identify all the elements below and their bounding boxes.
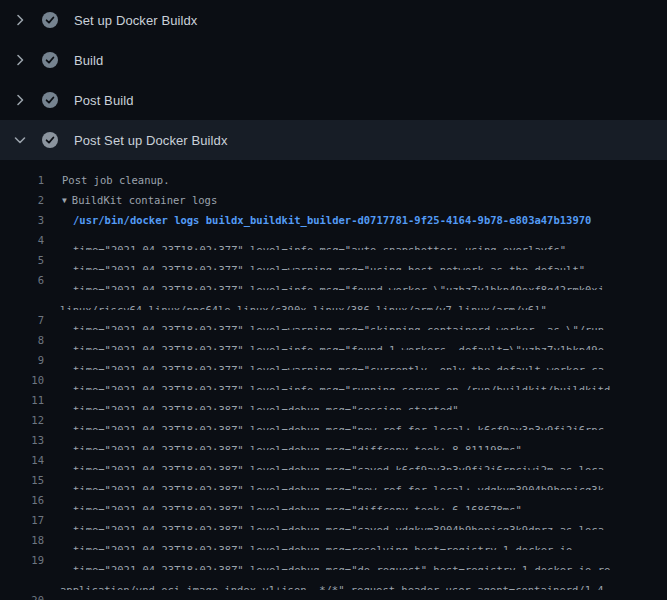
log-line: 5time="2021-04-23T18:02:37Z" level=warni… [0,250,667,270]
triangle-down-icon: ▼ [62,191,67,210]
log-line: 2▼BuildKit container logs [0,190,667,210]
log-text: time="2021-04-23T18:02:38Z" level=debug … [44,590,604,600]
step-title: Post Set up Docker Buildx [74,133,228,148]
step-header-setup-docker-buildx[interactable]: Set up Docker Buildx [0,0,667,40]
line-number[interactable]: 9 [0,350,44,370]
line-number[interactable]: 7 [0,310,44,330]
log-line: 8time="2021-04-23T18:02:37Z" level=info … [0,330,667,350]
step-header-post-setup-docker-buildx[interactable]: Post Set up Docker Buildx [0,120,667,160]
log-line: 12time="2021-04-23T18:02:38Z" level=debu… [0,410,667,430]
log-line: 9time="2021-04-23T18:02:37Z" level=warni… [0,350,667,370]
command-text: /usr/bin/docker logs buildx_buildkit_bui… [44,210,591,230]
actions-log-viewer: Set up Docker Buildx Build Post Build [0,0,667,600]
line-number[interactable]: 18 [0,530,44,550]
log-line: 4time="2021-04-23T18:02:37Z" level=info … [0,230,667,250]
line-number[interactable]: 14 [0,450,44,470]
step-header-post-build[interactable]: Post Build [0,80,667,120]
log-lines: 1Post job cleanup.2▼BuildKit container l… [0,160,667,600]
log-text: time="2021-04-23T18:02:38Z" level=debug … [44,410,604,430]
log-text: time="2021-04-23T18:02:38Z" level=debug … [44,430,522,450]
line-number[interactable]: 1 [0,170,44,190]
log-text: time="2021-04-23T18:02:38Z" level=debug … [44,550,610,570]
line-number[interactable]: 12 [0,410,44,430]
log-line: 20time="2021-04-23T18:02:38Z" level=debu… [0,590,667,600]
log-text: time="2021-04-23T18:02:37Z" level=warnin… [44,310,604,330]
log-line: 1Post job cleanup. [0,170,667,190]
log-line: 17time="2021-04-23T18:02:38Z" level=debu… [0,510,667,530]
line-number[interactable]: 19 [0,550,44,570]
log-line: 10time="2021-04-23T18:02:37Z" level=info… [0,370,667,390]
log-text: time="2021-04-23T18:02:38Z" level=debug … [44,390,459,410]
chevron-down-icon [12,132,28,148]
step-title: Post Build [74,93,134,108]
log-line-wrap: application/vnd.oci.image.index.v1+json,… [0,570,667,590]
log-text: Post job cleanup. [44,170,169,190]
line-number[interactable]: 15 [0,470,44,490]
log-line: 16time="2021-04-23T18:02:38Z" level=debu… [0,490,667,510]
log-text: time="2021-04-23T18:02:37Z" level=info m… [44,370,610,390]
log-text: time="2021-04-23T18:02:37Z" level=info m… [44,230,566,250]
log-text: time="2021-04-23T18:02:38Z" level=debug … [44,510,604,530]
line-number [0,570,44,590]
chevron-right-icon [12,92,28,108]
line-number[interactable]: 6 [0,270,44,290]
line-number[interactable]: 16 [0,490,44,510]
line-number [0,290,44,310]
log-text[interactable]: ▼BuildKit container logs [44,190,217,210]
chevron-right-icon [12,52,28,68]
step-title: Set up Docker Buildx [74,13,197,28]
log-line: 11time="2021-04-23T18:02:38Z" level=debu… [0,390,667,410]
line-number[interactable]: 17 [0,510,44,530]
check-circle-icon [42,12,58,28]
log-text: time="2021-04-23T18:02:38Z" level=debug … [44,470,604,490]
line-number[interactable]: 8 [0,330,44,350]
log-line: 13time="2021-04-23T18:02:38Z" level=debu… [0,430,667,450]
line-number[interactable]: 20 [0,590,44,600]
line-number[interactable]: 4 [0,230,44,250]
steps-list: Set up Docker Buildx Build Post Build [0,0,667,160]
check-circle-icon [42,92,58,108]
log-text: time="2021-04-23T18:02:37Z" level=warnin… [44,250,585,270]
log-line: 3/usr/bin/docker logs buildx_buildkit_bu… [0,210,667,230]
log-text: time="2021-04-23T18:02:38Z" level=debug … [44,530,572,550]
log-line: 14time="2021-04-23T18:02:38Z" level=debu… [0,450,667,470]
log-line: 18time="2021-04-23T18:02:38Z" level=debu… [0,530,667,550]
log-line: 15time="2021-04-23T18:02:38Z" level=debu… [0,470,667,490]
line-number[interactable]: 10 [0,370,44,390]
step-title: Build [74,53,103,68]
log-text: time="2021-04-23T18:02:37Z" level=warnin… [44,350,604,370]
log-line-wrap: linux/riscv64 linux/ppc64le linux/s390x … [0,290,667,310]
log-text: time="2021-04-23T18:02:37Z" level=info m… [44,330,604,350]
line-number[interactable]: 5 [0,250,44,270]
log-line: 19time="2021-04-23T18:02:38Z" level=debu… [0,550,667,570]
log-text: time="2021-04-23T18:02:37Z" level=info m… [44,270,604,290]
log-line: 6time="2021-04-23T18:02:37Z" level=info … [0,270,667,290]
step-header-build[interactable]: Build [0,40,667,80]
log-text: time="2021-04-23T18:02:38Z" level=debug … [44,450,604,470]
line-number[interactable]: 3 [0,210,44,230]
log-text: time="2021-04-23T18:02:38Z" level=debug … [44,490,522,510]
chevron-right-icon [12,12,28,28]
line-number[interactable]: 2 [0,190,44,210]
log-line: 7time="2021-04-23T18:02:37Z" level=warni… [0,310,667,330]
line-number[interactable]: 13 [0,430,44,450]
log-text: application/vnd.oci.image.index.v1+json,… [44,570,610,590]
check-circle-icon [42,52,58,68]
check-circle-icon [42,132,58,148]
log-text: linux/riscv64 linux/ppc64le linux/s390x … [44,290,547,310]
line-number[interactable]: 11 [0,390,44,410]
